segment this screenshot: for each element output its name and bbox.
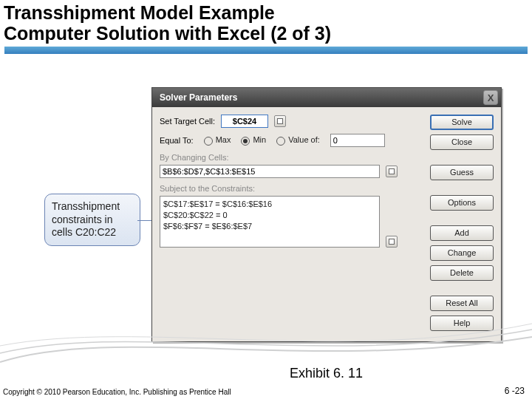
range-picker-icon[interactable] [274,115,286,127]
guess-button[interactable]: Guess [430,165,494,180]
add-button[interactable]: Add [430,225,494,241]
constraint-row[interactable]: $C$17:$E$17 = $C$16:$E$16 [163,199,376,210]
changing-cells-input[interactable] [160,165,380,178]
exhibit-label: Exhibit 6. 11 [290,366,363,381]
solve-button[interactable]: Solve [430,115,494,130]
radio-max-label: Max [216,135,231,144]
target-cell-input[interactable] [221,115,268,128]
radio-min[interactable]: Min [241,135,266,145]
constraint-row[interactable]: $F$6:$F$7 = $E$6:$E$7 [163,221,376,232]
callout-text: Transshipment constraints in cells C20:C… [52,200,120,238]
title-underline [4,47,528,54]
subject-to-label: Subject to the Constraints: [160,184,424,193]
range-picker-icon[interactable] [386,166,398,177]
constraints-listbox[interactable]: $C$17:$E$17 = $C$16:$E$16 $C$20:$C$22 = … [160,196,380,248]
reset-all-button[interactable]: Reset All [430,296,494,311]
by-changing-label: By Changing Cells: [160,153,424,162]
range-picker-icon[interactable] [386,236,398,248]
change-button[interactable]: Change [430,245,494,261]
copyright-text: Copyright © 2010 Pearson Education, Inc.… [3,388,231,396]
dialog-titlebar[interactable]: Solver Parameters X [152,88,501,107]
equal-to-label: Equal To: [160,136,194,145]
set-target-label: Set Target Cell: [160,117,215,126]
dialog-title: Solver Parameters [160,92,237,103]
solver-dialog: Solver Parameters X Set Target Cell: Equ… [151,87,502,342]
title-line2: Computer Solution with Excel (2 of 3) [4,23,528,44]
radio-max[interactable]: Max [204,135,231,145]
radio-value-of[interactable]: Value of: [276,135,320,145]
close-icon[interactable]: X [483,90,498,105]
callout-bubble: Transshipment constraints in cells C20:C… [44,194,140,246]
radio-min-label: Min [253,135,266,144]
page-number: 6 -23 [505,386,525,396]
title-line1: Transshipment Model Example [4,2,528,23]
help-button[interactable]: Help [430,316,494,331]
close-button[interactable]: Close [430,134,494,150]
delete-button[interactable]: Delete [430,265,494,281]
constraint-row[interactable]: $C$20:$C$22 = 0 [163,210,376,221]
value-of-input[interactable] [330,134,385,147]
radio-valueof-label: Value of: [288,135,320,144]
options-button[interactable]: Options [430,195,494,211]
